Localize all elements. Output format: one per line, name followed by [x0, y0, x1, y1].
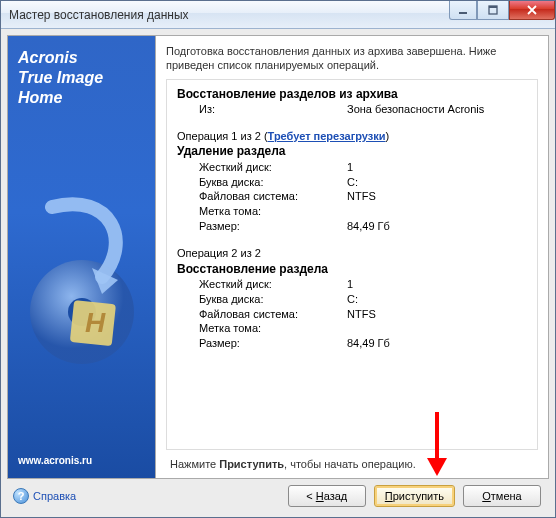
svg-rect-0: [459, 12, 467, 14]
disc-arrow-icon: H: [22, 182, 142, 382]
svg-text:H: H: [85, 307, 106, 338]
minimize-button[interactable]: [449, 1, 477, 20]
sidebar: Acronis True Image Home H: [7, 35, 155, 479]
wizard-window: Мастер восстановления данных Acronis Tru…: [0, 0, 556, 518]
table-row: Файловая система:NTFS: [177, 189, 527, 204]
table-row: Жесткий диск:1: [177, 160, 527, 175]
back-button[interactable]: < Назад: [288, 485, 366, 507]
brand: Acronis True Image Home: [18, 48, 145, 108]
from-label: Из:: [177, 102, 347, 117]
window-title: Мастер восстановления данных: [9, 8, 449, 22]
brand-line: Home: [18, 88, 145, 108]
bottom-bar: ? Справка < Назад Приступить Отмена: [7, 479, 549, 511]
svg-rect-2: [489, 6, 497, 8]
close-button[interactable]: [509, 1, 555, 20]
sidebar-graphic: H: [18, 108, 145, 455]
reboot-required-link[interactable]: Требует перезагрузки: [268, 130, 386, 142]
from-row: Из: Зона безопасности Acronis: [177, 102, 527, 117]
titlebar: Мастер восстановления данных: [1, 1, 555, 29]
from-value: Зона безопасности Acronis: [347, 102, 484, 117]
table-row: Размер:84,49 Гб: [177, 219, 527, 234]
table-row: Файловая система:NTFS: [177, 307, 527, 322]
operation-list: Восстановление разделов из архива Из: Зо…: [166, 79, 538, 450]
intro-text: Подготовка восстановления данных из архи…: [166, 44, 538, 73]
cancel-button[interactable]: Отмена: [463, 485, 541, 507]
table-row: Метка тома:: [177, 204, 527, 219]
footer-hint: Нажмите Приступить, чтобы начать операци…: [166, 458, 538, 470]
window-controls: [449, 1, 555, 28]
table-row: Буква диска:C:: [177, 292, 527, 307]
main-row: Acronis True Image Home H: [7, 35, 549, 479]
table-row: Метка тома:: [177, 321, 527, 336]
proceed-button[interactable]: Приступить: [374, 485, 455, 507]
table-row: Размер:84,49 Гб: [177, 336, 527, 351]
operation-heading: Операция 1 из 2 (Требует перезагрузки): [177, 129, 527, 144]
operation-title: Восстановление раздела: [177, 261, 527, 277]
operation-heading: Операция 2 из 2: [177, 246, 527, 261]
table-row: Буква диска:C:: [177, 175, 527, 190]
operation-title: Удаление раздела: [177, 143, 527, 159]
brand-line: Acronis: [18, 48, 145, 68]
sidebar-url: www.acronis.ru: [18, 455, 145, 466]
maximize-button[interactable]: [477, 1, 509, 20]
section-title: Восстановление разделов из архива: [177, 86, 527, 102]
help-label: Справка: [33, 490, 76, 502]
table-row: Жесткий диск:1: [177, 277, 527, 292]
help-icon: ?: [13, 488, 29, 504]
main-panel: Подготовка восстановления данных из архи…: [155, 35, 549, 479]
brand-line: True Image: [18, 68, 145, 88]
content: Acronis True Image Home H: [1, 29, 555, 517]
help-link[interactable]: ? Справка: [13, 488, 76, 504]
